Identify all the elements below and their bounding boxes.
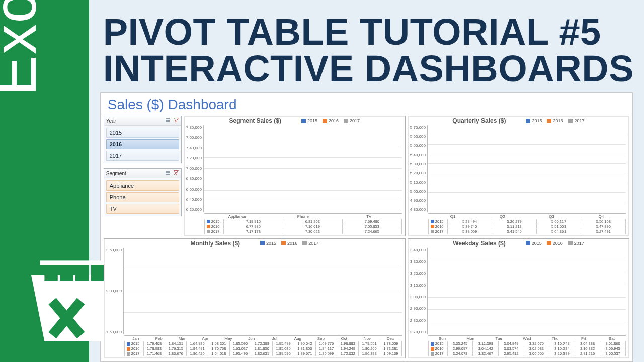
slicer-year[interactable]: Year 2015 2016 2017	[104, 116, 182, 163]
svg-rect-8	[166, 118, 170, 119]
dashboard: Sales ($) Dashboard Year 2015 2016	[100, 92, 633, 362]
main-area: PIVOT TABLE TUTORIAL #5 INTERACTIVE DASH…	[89, 0, 644, 362]
slicer-year-title: Year	[106, 118, 116, 124]
headline-line1: PIVOT TABLE TUTORIAL #5	[103, 14, 634, 51]
svg-rect-12	[166, 171, 170, 172]
headline-line2: INTERACTIVE DASHBOARDS	[103, 51, 634, 87]
chart-segment-sales[interactable]: Segment Sales ($) 201520162017 7,80,0007…	[184, 116, 406, 236]
svg-rect-2	[60, 264, 73, 281]
chart-title: Monthly Sales ($)	[190, 240, 240, 247]
svg-rect-14	[166, 174, 170, 175]
slicer-year-item[interactable]: 2017	[106, 151, 179, 161]
chart-legend: 201520162017	[526, 118, 584, 123]
multiselect-icon[interactable]	[165, 117, 171, 124]
legend-item: 2017	[568, 241, 584, 246]
slicer-segment-title: Segment	[106, 171, 126, 176]
chart-title: Weekday Sales ($)	[453, 240, 506, 247]
legend-item: 2015	[260, 241, 276, 246]
slicer-year-item[interactable]: 2016	[106, 139, 179, 149]
svg-rect-13	[166, 172, 170, 173]
clear-filter-icon[interactable]	[173, 117, 179, 124]
chart-title: Segment Sales ($)	[229, 117, 281, 124]
slicer-segment-item[interactable]: Phone	[106, 192, 179, 202]
slicer-segment-item[interactable]: TV	[106, 204, 179, 214]
legend-item: 2015	[526, 241, 542, 246]
svg-rect-9	[166, 120, 170, 121]
chart-weekday-sales[interactable]: Weekday Sales ($) 201520162017 3,40,0003…	[408, 238, 629, 358]
dashboard-title: Sales ($) Dashboard	[101, 93, 632, 116]
svg-rect-10	[166, 121, 170, 122]
chart-monthly-sales[interactable]: Monthly Sales ($) 201520162017 2,50,0002…	[104, 238, 406, 358]
svg-rect-3	[75, 264, 89, 281]
chart-legend: 201520162017	[260, 241, 318, 246]
svg-rect-1	[44, 264, 57, 281]
chart-legend: 201520162017	[526, 241, 584, 246]
legend-item: 2016	[547, 241, 563, 246]
slicer-segment[interactable]: Segment Appliance Phone TV	[104, 168, 182, 216]
slicer-year-item[interactable]: 2015	[106, 128, 179, 138]
chart-title: Quarterly Sales ($)	[452, 117, 506, 124]
svg-rect-5	[40, 260, 111, 265]
chart-legend: 201520162017	[301, 118, 360, 123]
headline: PIVOT TABLE TUTORIAL #5 INTERACTIVE DASH…	[89, 0, 644, 90]
legend-item: 2016	[547, 118, 563, 123]
legend-item: 2015	[526, 118, 542, 123]
chart-data-table: 20155,28,4945,26,2795,60,3175,56,1682016…	[428, 219, 626, 234]
chart-quarterly-sales[interactable]: Quarterly Sales ($) 201520162017 5,70,00…	[408, 116, 629, 236]
slicer-segment-item[interactable]: Appliance	[106, 180, 179, 191]
excel-brand-rail: Excel	[0, 0, 89, 362]
legend-item: 2017	[302, 241, 318, 246]
legend-item: 2015	[301, 118, 317, 123]
multiselect-icon[interactable]	[165, 170, 171, 177]
svg-rect-4	[91, 264, 104, 281]
excel-word: Excel	[0, 0, 49, 96]
legend-item: 2017	[344, 118, 360, 123]
chart-data-table: 20151,79,4081,84,1511,64,9851,68,3011,85…	[124, 341, 402, 356]
slicer-column: Year 2015 2016 2017 Segment	[104, 116, 182, 236]
legend-item: 2016	[323, 118, 339, 123]
chart-data-table: 20153,05,2453,11,3983,04,9493,32,6753,10…	[428, 341, 626, 356]
legend-item: 2017	[568, 118, 584, 123]
legend-item: 2016	[281, 241, 297, 246]
chart-data-table: 20157,19,9156,81,8637,69,48020166,77,985…	[204, 219, 402, 234]
clear-filter-icon[interactable]	[173, 170, 179, 177]
